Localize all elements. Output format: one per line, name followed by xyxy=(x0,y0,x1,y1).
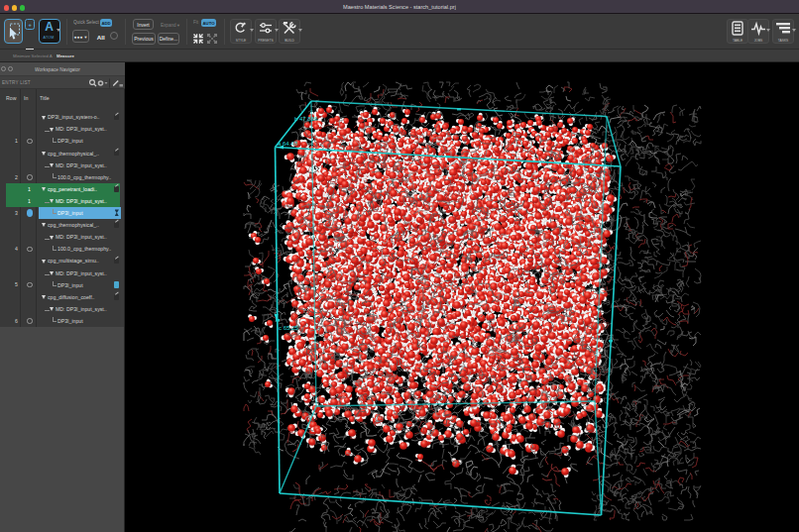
svg-text:c 65.25: c 65.25 xyxy=(279,325,298,331)
svg-text:b 47.886: b 47.886 xyxy=(294,116,318,122)
svg-text:a 64.48: a 64.48 xyxy=(278,141,298,147)
